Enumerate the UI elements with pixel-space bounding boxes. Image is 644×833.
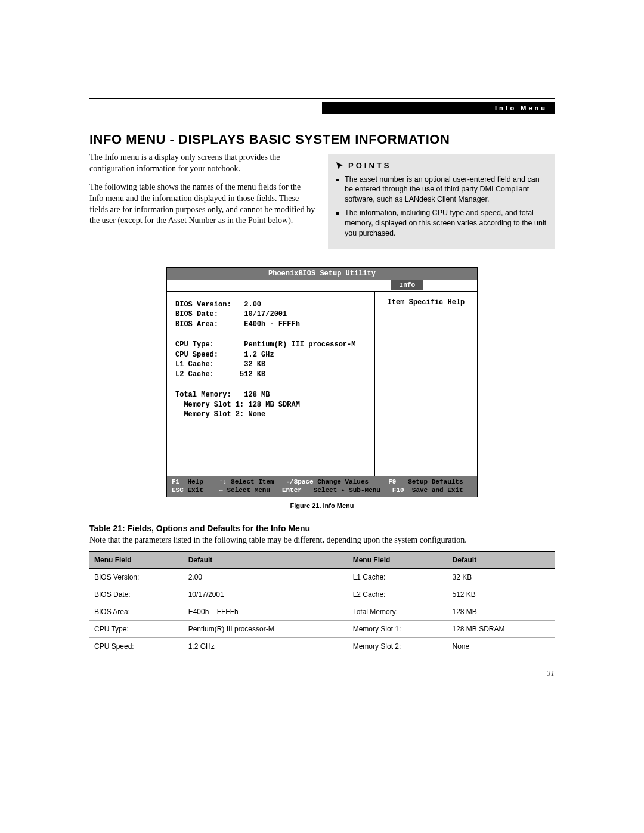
top-rule xyxy=(89,98,555,99)
page-number: 31 xyxy=(89,668,555,678)
table-row: BIOS Date:10/17/2001L2 Cache:512 KB xyxy=(89,586,555,603)
bios-row: L2 Cache: 512 KB xyxy=(175,370,265,379)
table-header: Menu Field xyxy=(348,552,448,568)
intro-left: The Info menu is a display only screens … xyxy=(89,152,316,249)
table-header: Menu Field xyxy=(89,552,184,568)
bios-row: BIOS Date: 10/17/2001 xyxy=(175,310,287,318)
section-header-bar: Info Menu xyxy=(322,102,555,114)
table-note: Note that the parameters listed in the f… xyxy=(89,535,555,545)
table-row: BIOS Area:E400h – FFFFhTotal Memory:128 … xyxy=(89,603,555,621)
intro-paragraph-2: The following table shows the names of t… xyxy=(89,182,316,227)
bios-help-panel: Item Specific Help xyxy=(374,292,477,476)
table-row: BIOS Version:2.00L1 Cache:32 KB xyxy=(89,568,555,586)
points-heading: POINTS xyxy=(335,160,547,171)
bios-row: BIOS Version: 2.00 xyxy=(175,301,261,309)
table-header: Default xyxy=(184,552,348,568)
bios-row: CPU Type: Pentium(R) III processor-M xyxy=(175,340,355,349)
figure-caption: Figure 21. Info Menu xyxy=(89,502,555,509)
table-header-row: Menu Field Default Menu Field Default xyxy=(89,552,555,568)
intro-columns: The Info menu is a display only screens … xyxy=(89,152,555,249)
points-box: POINTS The asset number is an optional u… xyxy=(328,154,555,249)
table-row: CPU Type:Pentium(R) III processor-MMemor… xyxy=(89,621,555,638)
intro-paragraph-1: The Info menu is a display only screens … xyxy=(89,152,316,175)
intro-right: POINTS The asset number is an optional u… xyxy=(328,152,555,249)
bios-main-panel: BIOS Version: 2.00 BIOS Date: 10/17/2001… xyxy=(167,292,374,476)
page-container: Info Menu INFO MENU - DISPLAYS BASIC SYS… xyxy=(0,0,644,714)
bios-footer-row-2: ESC Exit ↔ Select Menu Enter Select ▸ Su… xyxy=(172,486,473,495)
section-label: Info Menu xyxy=(495,102,547,114)
bios-tab-row: Info xyxy=(167,280,477,292)
bios-row: CPU Speed: 1.2 GHz xyxy=(175,351,274,359)
table-row: CPU Speed:1.2 GHzMemory Slot 2:None xyxy=(89,638,555,655)
bios-title-bar: PhoenixBIOS Setup Utility xyxy=(167,268,477,280)
bios-body: BIOS Version: 2.00 BIOS Date: 10/17/2001… xyxy=(167,292,477,476)
bios-row: L1 Cache: 32 KB xyxy=(175,360,265,368)
bios-tab-info: Info xyxy=(391,280,423,290)
points-title: POINTS xyxy=(348,160,391,171)
fields-table: Menu Field Default Menu Field Default BI… xyxy=(89,551,555,655)
points-list: The asset number is an optional user-ent… xyxy=(335,175,547,239)
page-title: INFO MENU - DISPLAYS BASIC SYSTEM INFORM… xyxy=(89,132,555,147)
points-item: The information, including CPU type and … xyxy=(345,208,547,239)
pointer-icon xyxy=(335,161,345,171)
points-item: The asset number is an optional user-ent… xyxy=(345,175,547,205)
bios-row: Total Memory: 128 MB xyxy=(175,391,270,399)
table-header: Default xyxy=(448,552,555,568)
table-caption: Table 21: Fields, Options and Defaults f… xyxy=(89,524,555,533)
bios-row: BIOS Area: E400h - FFFFh xyxy=(175,320,300,329)
bios-screen: PhoenixBIOS Setup Utility Info BIOS Vers… xyxy=(166,267,478,497)
bios-row: Memory Slot 1: 128 MB SDRAM xyxy=(175,401,300,409)
bios-row: Memory Slot 2: None xyxy=(175,410,265,419)
bios-footer: F1 Help ↑↓ Select Item -/Space Change Va… xyxy=(167,476,477,497)
bios-footer-row-1: F1 Help ↑↓ Select Item -/Space Change Va… xyxy=(172,478,473,487)
